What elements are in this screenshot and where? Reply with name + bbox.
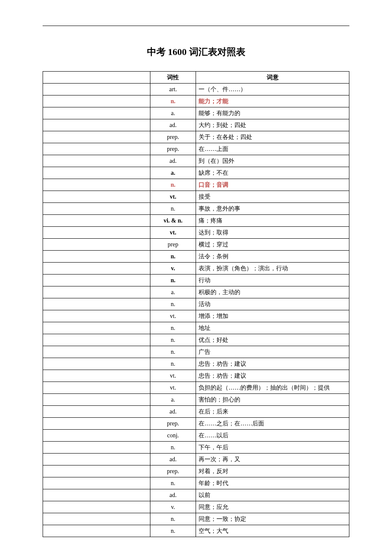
table-row: vt.忠告；劝告；建议: [43, 370, 349, 382]
cell-word: [43, 131, 150, 143]
cell-word: [43, 489, 150, 501]
cell-meaning: 对着，反对: [196, 465, 349, 477]
cell-pos: a.: [150, 394, 196, 406]
cell-meaning: 法令；条例: [196, 251, 349, 263]
cell-pos: n.: [150, 179, 196, 191]
cell-pos: n.: [150, 477, 196, 489]
table-row: a.缺席；不在: [43, 167, 349, 179]
top-divider: [43, 26, 349, 26]
cell-meaning: 事故，意外的事: [196, 203, 349, 215]
cell-word: [43, 227, 150, 239]
table-row: vi. & n.痛；疼痛: [43, 215, 349, 227]
table-row: ad.以前: [43, 489, 349, 501]
cell-pos: vt.: [150, 310, 196, 322]
cell-meaning: 在后；后来: [196, 406, 349, 418]
table-row: vt.增添；增加: [43, 310, 349, 322]
table-row: n.法令；条例: [43, 251, 349, 263]
table-row: n.行动: [43, 275, 349, 286]
cell-meaning: 达到；取得: [196, 227, 349, 239]
cell-word: [43, 263, 150, 275]
cell-word: [43, 203, 150, 215]
cell-pos: n.: [150, 322, 196, 334]
cell-word: [43, 155, 150, 167]
cell-word: [43, 119, 150, 131]
vocabulary-table: 词性 词意 art.一（个、件……）n.能力；才能a.能够；有能力的ad.大约；…: [43, 71, 349, 537]
cell-word: [43, 251, 150, 263]
cell-word: [43, 358, 150, 370]
cell-pos: vt.: [150, 382, 196, 394]
cell-word: [43, 346, 150, 358]
cell-meaning: 空气；大气: [196, 525, 349, 537]
cell-word: [43, 334, 150, 346]
cell-word: [43, 430, 150, 442]
cell-word: [43, 84, 150, 95]
table-header-row: 词性 词意: [43, 72, 349, 84]
table-row: vt.达到；取得: [43, 227, 349, 239]
cell-word: [43, 406, 150, 418]
table-row: prep.对着，反对: [43, 465, 349, 477]
cell-meaning: 关于；在各处；四处: [196, 131, 349, 143]
cell-meaning: 下午，午后: [196, 442, 349, 454]
table-row: ad.在后；后来: [43, 406, 349, 418]
cell-pos: a.: [150, 107, 196, 119]
cell-pos: n.: [150, 251, 196, 263]
table-row: n.下午，午后: [43, 442, 349, 454]
header-word: [43, 72, 150, 84]
cell-word: [43, 286, 150, 298]
cell-pos: a.: [150, 286, 196, 298]
cell-meaning: 广告: [196, 346, 349, 358]
cell-word: [43, 442, 150, 454]
cell-word: [43, 95, 150, 107]
cell-pos: ad.: [150, 489, 196, 501]
header-pos: 词性: [150, 72, 196, 84]
cell-pos: prep.: [150, 131, 196, 143]
cell-meaning: 增添；增加: [196, 310, 349, 322]
cell-word: [43, 107, 150, 119]
cell-meaning: 忠告；劝告；建议: [196, 358, 349, 370]
cell-pos: vi. & n.: [150, 215, 196, 227]
table-row: n.能力；才能: [43, 95, 349, 107]
table-row: n.忠告；劝告；建议: [43, 358, 349, 370]
cell-pos: vt.: [150, 191, 196, 203]
cell-pos: prep: [150, 239, 196, 251]
cell-pos: prep.: [150, 465, 196, 477]
cell-meaning: 缺席；不在: [196, 167, 349, 179]
cell-meaning: 以前: [196, 489, 349, 501]
table-row: n.地址: [43, 322, 349, 334]
table-row: n.广告: [43, 346, 349, 358]
cell-pos: v.: [150, 501, 196, 513]
cell-meaning: 口音；音调: [196, 179, 349, 191]
cell-meaning: 行动: [196, 275, 349, 286]
cell-word: [43, 298, 150, 310]
cell-meaning: 同意；一致；协定: [196, 513, 349, 525]
table-row: ad.大约；到处；四处: [43, 119, 349, 131]
cell-meaning: 到（在）国外: [196, 155, 349, 167]
table-row: conj.在……以后: [43, 430, 349, 442]
table-row: a.积极的，主动的: [43, 286, 349, 298]
cell-meaning: 年龄；时代: [196, 477, 349, 489]
cell-pos: n.: [150, 525, 196, 537]
cell-meaning: 害怕的；担心的: [196, 394, 349, 406]
cell-pos: prep.: [150, 143, 196, 155]
cell-pos: ad.: [150, 406, 196, 418]
table-row: a.害怕的；担心的: [43, 394, 349, 406]
cell-word: [43, 275, 150, 286]
cell-pos: n.: [150, 334, 196, 346]
cell-pos: n.: [150, 346, 196, 358]
cell-pos: n.: [150, 298, 196, 310]
cell-word: [43, 513, 150, 525]
cell-word: [43, 454, 150, 465]
cell-meaning: 痛；疼痛: [196, 215, 349, 227]
cell-word: [43, 465, 150, 477]
cell-pos: ad.: [150, 119, 196, 131]
cell-pos: n.: [150, 203, 196, 215]
header-meaning: 词意: [196, 72, 349, 84]
cell-word: [43, 191, 150, 203]
table-row: vt.接受: [43, 191, 349, 203]
table-row: n.优点；好处: [43, 334, 349, 346]
cell-meaning: 一（个、件……）: [196, 84, 349, 95]
cell-word: [43, 382, 150, 394]
cell-word: [43, 143, 150, 155]
table-row: art.一（个、件……）: [43, 84, 349, 95]
cell-word: [43, 167, 150, 179]
